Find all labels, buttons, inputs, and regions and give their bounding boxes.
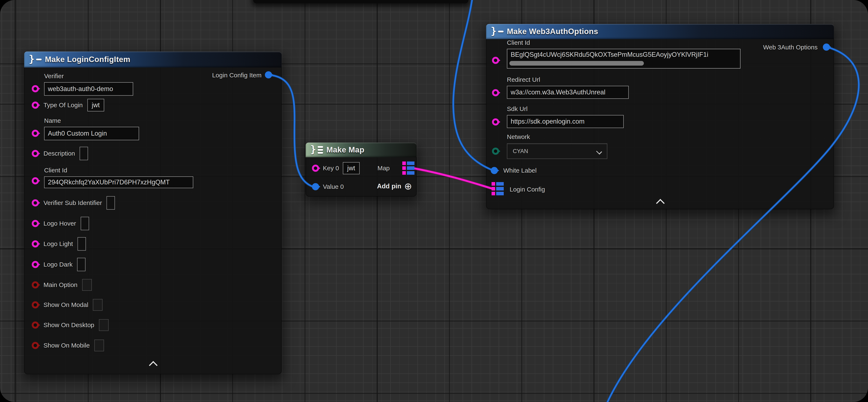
pin-label-value-0: Value 0 [323, 183, 344, 190]
pin-label-verifier-sub-identifier: Verifier Sub Identifier [43, 199, 102, 206]
pin-label-sdk-url: Sdk Url [507, 105, 624, 113]
make-struct-icon: } [491, 27, 503, 36]
description-input[interactable] [80, 147, 88, 160]
pin-label-show-on-desktop: Show On Desktop [43, 321, 94, 328]
node-header-make-web3authoptions[interactable]: } Make Web3AuthOptions [486, 24, 834, 39]
pin-label-client-id: Client Id [44, 167, 193, 174]
pin-label-white-label: White Label [503, 167, 536, 174]
network-selected-value: CYAN [513, 148, 528, 154]
output-pin-label: Login Config Item [212, 72, 261, 79]
make-map-icon: } [310, 145, 323, 155]
pin-logo-light[interactable] [32, 240, 39, 248]
pin-label-name: Name [44, 117, 139, 124]
chevron-down-icon [596, 149, 602, 154]
pin-label-type-of-login: Type Of Login [43, 102, 83, 109]
sdk-url-input[interactable]: https://sdk.openlogin.com [507, 115, 624, 128]
pin-logo-hover[interactable] [32, 220, 39, 227]
pin-description[interactable] [32, 150, 39, 157]
verifier-sub-identifier-input[interactable] [106, 196, 115, 210]
add-pin-plus-icon: ⊕ [404, 182, 412, 191]
verifier-input[interactable]: web3auth-auth0-demo [44, 82, 133, 96]
offscreen-node-shadow [253, 0, 468, 3]
pin-type-of-login[interactable] [32, 102, 39, 109]
pin-label-client-id: Client Id [507, 39, 741, 46]
pin-key-0[interactable] [312, 165, 319, 172]
node-make-map[interactable]: } Make Map Key 0 jwt Map Value 0 [306, 143, 416, 197]
client-id-input[interactable]: 294QRkchfq2YaXUbPri7D6PH7xzHgQMT [44, 176, 193, 188]
node-title: Make Map [327, 145, 365, 154]
name-input[interactable]: Auth0 Custom Login [44, 127, 139, 140]
wire-map-to-login-config[interactable] [413, 168, 494, 189]
pin-client-id[interactable] [32, 177, 39, 184]
main-option-checkbox[interactable] [82, 279, 92, 291]
output-pin-login-config-item[interactable] [265, 71, 272, 79]
client-id-input[interactable]: BEglQSgt4cUWcj6SKRdu5QkOXTsePmMcusG5EAoy… [507, 49, 741, 68]
add-pin-label: Add pin [377, 182, 401, 190]
pin-label-network: Network [507, 133, 607, 140]
key-0-input[interactable]: jwt [343, 162, 360, 174]
pin-network[interactable] [492, 148, 499, 155]
pin-label-logo-light: Logo Light [43, 240, 73, 248]
pin-label-main-option: Main Option [43, 281, 78, 288]
pin-logo-dark[interactable] [32, 261, 39, 268]
output-pin-map-icon[interactable] [402, 162, 414, 175]
type-of-login-input[interactable]: jwt [87, 99, 104, 111]
pin-label-show-on-mobile: Show On Mobile [43, 342, 90, 349]
show-on-mobile-checkbox[interactable] [94, 340, 104, 351]
make-struct-icon: } [29, 55, 41, 64]
pin-label-description: Description [43, 150, 75, 157]
node-title: Make Web3AuthOptions [507, 27, 598, 36]
pin-label-redirect-url: Redirect Url [507, 76, 629, 83]
pin-show-on-mobile[interactable] [32, 342, 39, 349]
collapse-node-chevron-icon[interactable] [149, 361, 158, 370]
add-pin-button[interactable]: Add pin ⊕ [377, 182, 412, 191]
show-on-desktop-checkbox[interactable] [99, 319, 108, 331]
client-id-scrollbar[interactable] [509, 61, 644, 66]
output-pin-web3auth-options[interactable] [823, 44, 830, 51]
client-id-text: BEglQSgt4cUWcj6SKRdu5QkOXTsePmMcusG5EAoy… [511, 51, 708, 58]
pin-show-on-desktop[interactable] [32, 321, 39, 328]
node-make-loginconfigitem[interactable]: } Make LoginConfigItem Login Config Item… [24, 52, 282, 374]
pin-verifier-sub-identifier[interactable] [32, 199, 39, 206]
pin-label-login-config: Login Config [509, 186, 545, 193]
pin-login-config-map-icon[interactable] [492, 182, 504, 195]
show-on-modal-checkbox[interactable] [93, 299, 102, 311]
pin-verifier[interactable] [32, 85, 39, 92]
logo-hover-input[interactable] [81, 217, 89, 230]
node-header-make-map[interactable]: } Make Map [306, 143, 416, 157]
pin-label-key-0: Key 0 [323, 165, 339, 172]
blueprint-editor: } Make LoginConfigItem Login Config Item… [0, 0, 868, 402]
pin-white-label[interactable] [491, 167, 498, 174]
pin-show-on-modal[interactable] [32, 301, 39, 309]
wire-map-to-login-config-glow [413, 168, 494, 189]
pin-name[interactable] [32, 130, 39, 137]
pin-sdk-url[interactable] [492, 118, 499, 125]
node-title: Make LoginConfigItem [45, 55, 130, 64]
redirect-url-input[interactable]: w3a://com.w3a.Web3AuthUnreal [507, 86, 629, 99]
graph-canvas[interactable]: } Make LoginConfigItem Login Config Item… [0, 0, 868, 402]
pin-value-0[interactable] [312, 183, 319, 190]
pin-main-option[interactable] [32, 281, 39, 288]
logo-light-input[interactable] [78, 237, 86, 251]
output-pin-label-map: Map [377, 165, 390, 172]
logo-dark-input[interactable] [77, 258, 86, 271]
node-header-make-loginconfigitem[interactable]: } Make LoginConfigItem [24, 52, 282, 67]
collapse-node-chevron-icon[interactable] [656, 199, 665, 207]
pin-label-logo-dark: Logo Dark [43, 261, 72, 268]
pin-client-id[interactable] [492, 57, 499, 64]
output-pin-label: Web 3Auth Options [763, 44, 817, 51]
pin-redirect-url[interactable] [492, 89, 499, 96]
pin-label-logo-hover: Logo Hover [43, 220, 76, 227]
pin-label-show-on-modal: Show On Modal [43, 301, 88, 309]
network-dropdown[interactable]: CYAN [507, 143, 607, 159]
pin-label-verifier: Verifier [44, 73, 133, 80]
node-make-web3authoptions[interactable]: } Make Web3AuthOptions Web 3Auth Options… [486, 24, 834, 209]
